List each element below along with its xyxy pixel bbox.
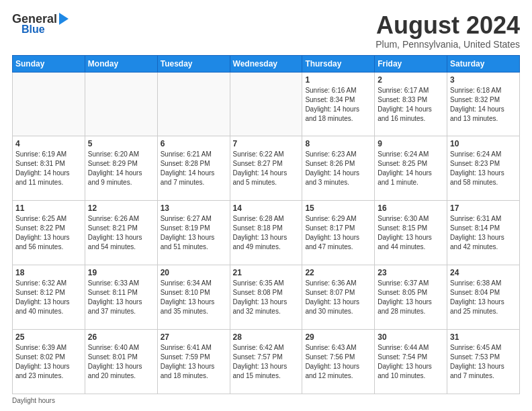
calendar-header-row: SundayMondayTuesdayWednesdayThursdayFrid… xyxy=(13,55,520,72)
day-number: 9 xyxy=(378,139,444,148)
day-number: 25 xyxy=(15,332,82,342)
day-info: Sunrise: 6:24 AM Sunset: 8:23 PM Dayligh… xyxy=(450,150,517,187)
calendar-week-3: 18Sunrise: 6:32 AM Sunset: 8:12 PM Dayli… xyxy=(13,265,520,330)
calendar-cell: 23Sunrise: 6:37 AM Sunset: 8:05 PM Dayli… xyxy=(375,265,447,330)
calendar-cell xyxy=(230,72,302,136)
calendar-cell: 16Sunrise: 6:30 AM Sunset: 8:15 PM Dayli… xyxy=(375,201,447,265)
day-info: Sunrise: 6:23 AM Sunset: 8:26 PM Dayligh… xyxy=(305,150,371,187)
page: General Blue August 2024 Plum, Pennsylva… xyxy=(0,0,532,411)
day-info: Sunrise: 6:19 AM Sunset: 8:31 PM Dayligh… xyxy=(15,150,82,187)
calendar-cell: 29Sunrise: 6:43 AM Sunset: 7:56 PM Dayli… xyxy=(302,330,375,394)
calendar-cell: 14Sunrise: 6:28 AM Sunset: 8:18 PM Dayli… xyxy=(230,201,302,265)
title-block: August 2024 Plum, Pennsylvania, United S… xyxy=(375,12,520,50)
day-number: 30 xyxy=(378,332,444,342)
calendar-table: SundayMondayTuesdayWednesdayThursdayFrid… xyxy=(12,55,520,394)
day-number: 22 xyxy=(305,268,371,277)
day-info: Sunrise: 6:28 AM Sunset: 8:18 PM Dayligh… xyxy=(233,214,300,252)
calendar-cell xyxy=(157,72,230,136)
calendar-cell: 1Sunrise: 6:16 AM Sunset: 8:34 PM Daylig… xyxy=(302,72,375,136)
day-number: 26 xyxy=(88,332,154,342)
col-header-thursday: Thursday xyxy=(302,55,375,72)
day-info: Sunrise: 6:44 AM Sunset: 7:54 PM Dayligh… xyxy=(378,343,444,381)
day-number: 16 xyxy=(378,203,444,213)
day-number: 27 xyxy=(161,332,227,342)
day-info: Sunrise: 6:29 AM Sunset: 8:17 PM Dayligh… xyxy=(305,214,371,252)
day-number: 12 xyxy=(88,203,154,213)
day-info: Sunrise: 6:38 AM Sunset: 8:04 PM Dayligh… xyxy=(450,279,517,316)
calendar-cell: 26Sunrise: 6:40 AM Sunset: 8:01 PM Dayli… xyxy=(85,330,157,394)
day-info: Sunrise: 6:26 AM Sunset: 8:21 PM Dayligh… xyxy=(88,214,154,252)
day-info: Sunrise: 6:33 AM Sunset: 8:11 PM Dayligh… xyxy=(88,279,154,316)
calendar-cell xyxy=(13,72,85,136)
day-number: 24 xyxy=(450,268,517,277)
day-info: Sunrise: 6:32 AM Sunset: 8:12 PM Dayligh… xyxy=(15,279,82,316)
day-number: 10 xyxy=(450,139,517,148)
header: General Blue August 2024 Plum, Pennsylva… xyxy=(12,12,520,50)
col-header-tuesday: Tuesday xyxy=(157,55,230,72)
calendar-cell: 12Sunrise: 6:26 AM Sunset: 8:21 PM Dayli… xyxy=(85,201,157,265)
calendar-cell: 9Sunrise: 6:24 AM Sunset: 8:25 PM Daylig… xyxy=(375,136,447,201)
day-info: Sunrise: 6:31 AM Sunset: 8:14 PM Dayligh… xyxy=(450,214,517,252)
day-info: Sunrise: 6:45 AM Sunset: 7:53 PM Dayligh… xyxy=(450,343,517,381)
month-title: August 2024 xyxy=(375,12,520,39)
day-number: 5 xyxy=(88,139,154,148)
day-info: Sunrise: 6:17 AM Sunset: 8:33 PM Dayligh… xyxy=(378,86,444,124)
calendar-cell: 13Sunrise: 6:27 AM Sunset: 8:19 PM Dayli… xyxy=(157,201,230,265)
col-header-friday: Friday xyxy=(375,55,447,72)
day-number: 28 xyxy=(233,332,300,342)
col-header-monday: Monday xyxy=(85,55,157,72)
calendar-cell: 20Sunrise: 6:34 AM Sunset: 8:10 PM Dayli… xyxy=(157,265,230,330)
calendar-week-2: 11Sunrise: 6:25 AM Sunset: 8:22 PM Dayli… xyxy=(13,201,520,265)
day-number: 31 xyxy=(450,332,517,342)
day-number: 29 xyxy=(305,332,371,342)
calendar-cell: 10Sunrise: 6:24 AM Sunset: 8:23 PM Dayli… xyxy=(447,136,520,201)
day-number: 3 xyxy=(450,75,517,85)
day-number: 21 xyxy=(233,268,300,277)
calendar-cell: 8Sunrise: 6:23 AM Sunset: 8:26 PM Daylig… xyxy=(302,136,375,201)
day-number: 1 xyxy=(305,75,371,85)
day-info: Sunrise: 6:16 AM Sunset: 8:34 PM Dayligh… xyxy=(305,86,371,124)
calendar-week-0: 1Sunrise: 6:16 AM Sunset: 8:34 PM Daylig… xyxy=(13,72,520,136)
calendar-cell: 24Sunrise: 6:38 AM Sunset: 8:04 PM Dayli… xyxy=(447,265,520,330)
day-info: Sunrise: 6:40 AM Sunset: 8:01 PM Dayligh… xyxy=(88,343,154,381)
calendar-cell: 22Sunrise: 6:36 AM Sunset: 8:07 PM Dayli… xyxy=(302,265,375,330)
day-info: Sunrise: 6:43 AM Sunset: 7:56 PM Dayligh… xyxy=(305,343,371,381)
day-number: 6 xyxy=(161,139,227,148)
day-info: Sunrise: 6:22 AM Sunset: 8:27 PM Dayligh… xyxy=(233,150,300,187)
calendar-cell: 31Sunrise: 6:45 AM Sunset: 7:53 PM Dayli… xyxy=(447,330,520,394)
logo: General Blue xyxy=(12,12,69,36)
day-info: Sunrise: 6:42 AM Sunset: 7:57 PM Dayligh… xyxy=(233,343,300,381)
calendar-cell: 7Sunrise: 6:22 AM Sunset: 8:27 PM Daylig… xyxy=(230,136,302,201)
col-header-sunday: Sunday xyxy=(13,55,85,72)
day-info: Sunrise: 6:39 AM Sunset: 8:02 PM Dayligh… xyxy=(15,343,82,381)
calendar-cell: 21Sunrise: 6:35 AM Sunset: 8:08 PM Dayli… xyxy=(230,265,302,330)
day-number: 11 xyxy=(15,203,82,213)
calendar-cell: 25Sunrise: 6:39 AM Sunset: 8:02 PM Dayli… xyxy=(13,330,85,394)
day-number: 4 xyxy=(15,139,82,148)
logo-arrow-icon xyxy=(59,13,69,25)
day-info: Sunrise: 6:25 AM Sunset: 8:22 PM Dayligh… xyxy=(15,214,82,252)
logo-blue: Blue xyxy=(21,24,45,36)
day-info: Sunrise: 6:18 AM Sunset: 8:32 PM Dayligh… xyxy=(450,86,517,124)
day-info: Sunrise: 6:41 AM Sunset: 7:59 PM Dayligh… xyxy=(161,343,227,381)
calendar-cell xyxy=(85,72,157,136)
calendar-cell: 5Sunrise: 6:20 AM Sunset: 8:29 PM Daylig… xyxy=(85,136,157,201)
day-number: 13 xyxy=(161,203,227,213)
calendar-cell: 28Sunrise: 6:42 AM Sunset: 7:57 PM Dayli… xyxy=(230,330,302,394)
day-number: 19 xyxy=(88,268,154,277)
calendar-cell: 6Sunrise: 6:21 AM Sunset: 8:28 PM Daylig… xyxy=(157,136,230,201)
calendar-cell: 30Sunrise: 6:44 AM Sunset: 7:54 PM Dayli… xyxy=(375,330,447,394)
day-number: 20 xyxy=(161,268,227,277)
day-number: 2 xyxy=(378,75,444,85)
day-info: Sunrise: 6:35 AM Sunset: 8:08 PM Dayligh… xyxy=(233,279,300,316)
calendar-cell: 17Sunrise: 6:31 AM Sunset: 8:14 PM Dayli… xyxy=(447,201,520,265)
calendar-week-1: 4Sunrise: 6:19 AM Sunset: 8:31 PM Daylig… xyxy=(13,136,520,201)
day-number: 14 xyxy=(233,203,300,213)
day-info: Sunrise: 6:20 AM Sunset: 8:29 PM Dayligh… xyxy=(88,150,154,187)
footer-note: Daylight hours xyxy=(12,397,520,404)
day-info: Sunrise: 6:36 AM Sunset: 8:07 PM Dayligh… xyxy=(305,279,371,316)
day-info: Sunrise: 6:24 AM Sunset: 8:25 PM Dayligh… xyxy=(378,150,444,187)
day-number: 8 xyxy=(305,139,371,148)
day-number: 15 xyxy=(305,203,371,213)
calendar-cell: 27Sunrise: 6:41 AM Sunset: 7:59 PM Dayli… xyxy=(157,330,230,394)
